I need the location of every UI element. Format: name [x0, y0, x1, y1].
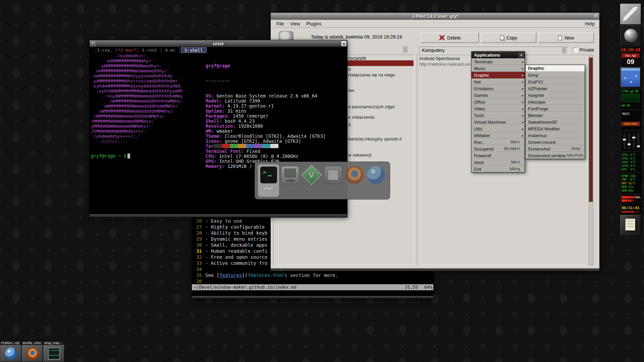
dock-tile-notes[interactable]	[620, 215, 641, 236]
scrollbar-thumb[interactable]	[589, 58, 593, 202]
applications-menu-title[interactable]: Applications ×	[472, 52, 525, 58]
menu-item-office[interactable]: Office▸	[472, 99, 525, 105]
graphic-submenu: Graphic GimpGraFX2AZPainterAsepriteInksc…	[525, 65, 585, 159]
screen-tab[interactable]: 4-mc	[162, 48, 178, 53]
mixer-slider[interactable]	[637, 133, 640, 149]
menu-item-exit[interactable]: ExitM4+q	[472, 166, 525, 172]
screen-tab[interactable]: 5-shell	[181, 47, 206, 53]
menu-item-grafx2[interactable]: GraFX2	[526, 78, 585, 85]
level-bar	[622, 196, 636, 198]
menu-item-run[interactable]: Run...M4+r	[472, 139, 525, 145]
mixer-slider[interactable]	[623, 133, 626, 149]
menu-item-avidemux[interactable]: Avidemux	[526, 132, 585, 139]
menu-item-blender[interactable]: Blender	[526, 112, 585, 119]
menubar-item-file[interactable]: File	[273, 20, 287, 27]
spinner-down-icon[interactable]: ▼	[403, 50, 408, 53]
spinner-up-icon[interactable]: ▲	[562, 47, 567, 50]
menu-item-virtual-machines[interactable]: Virtual Machines▸	[472, 119, 525, 125]
miniwindow-vimja-imap[interactable]: vimja_imap...	[43, 341, 64, 362]
terminal-color-palette	[214, 144, 278, 148]
menu-item-net[interactable]: Net▸	[472, 78, 525, 85]
window-switcher-panel: urxvt	[255, 162, 390, 199]
menu-item-games[interactable]: Games▸	[472, 92, 525, 99]
spinner-down-icon[interactable]: ▼	[562, 51, 567, 54]
menubar-item-plugins[interactable]: Plugins	[303, 20, 325, 27]
delete-icon	[439, 35, 444, 40]
screen-tab[interactable]: *2-moc*	[118, 48, 136, 53]
close-icon[interactable]: ×	[519, 53, 524, 57]
switcher-slot-image-viewer[interactable]	[322, 164, 343, 197]
spinner-up-icon[interactable]: ▲	[403, 47, 408, 50]
switcher-slot-urxvt[interactable]: urxvt	[258, 164, 279, 197]
menu-item-utils[interactable]: Utils▸	[472, 125, 525, 132]
dock-tile-meter[interactable]: 90%06:51:01	[620, 193, 641, 215]
close-icon[interactable]: ×	[341, 41, 346, 46]
submenu-arrow-icon: ▸	[522, 80, 524, 84]
screen-tab[interactable]: |	[178, 48, 181, 53]
menubar-item-help[interactable]: Help	[583, 20, 597, 27]
dock-tile-sensors[interactable]: EPWR 23WTMP 0°CDRV 62°CMEM 57%HUM 66%	[620, 172, 641, 194]
sensor-line: DRV 62°C	[622, 182, 635, 185]
dock-tile-mocp[interactable]: MOCPBUBBLEMON	[620, 109, 641, 130]
dock-tile-bubble[interactable]	[620, 67, 641, 88]
close-icon[interactable]: ×	[593, 13, 599, 19]
menu-item-sweethome3d[interactable]: SweetHome3D	[526, 119, 585, 125]
menu-item-terminals[interactable]: Terminals▸	[472, 58, 525, 65]
graphic-submenu-title[interactable]: Graphic	[526, 65, 585, 72]
menu-item-susupend[interactable]: SusupendSh+M4+l	[472, 145, 525, 152]
menu-item-video[interactable]: Video▸	[472, 105, 525, 112]
dock-tile-mixer[interactable]	[620, 130, 641, 152]
switcher-slot-vim[interactable]	[301, 164, 322, 197]
list-spinner[interactable]: ▲ ▼	[403, 47, 408, 53]
menu-item-inkscape[interactable]: Inkscape	[526, 99, 585, 105]
menu-item-screenshot-window[interactable]: Screenshot windowM4+Print	[526, 152, 585, 159]
dock-tile-temps[interactable]: CPU1 4°CCPU2 4°CCPU3 4°CCPU4 4°CGPU 3°C	[620, 151, 641, 173]
screen-tab[interactable]: .1-rss.	[92, 48, 115, 53]
urxvt-resizebar[interactable]	[90, 214, 347, 217]
menu-item-aseprite[interactable]: Aseprite	[526, 92, 585, 99]
dock-tile-clock[interactable]: 18:29:20Tue, Apr09	[620, 46, 641, 67]
menu-item-wmaker[interactable]: WMaker▸	[472, 132, 525, 139]
toolbar-button-delete[interactable]: Delete	[421, 33, 479, 43]
menu-item-screenshot[interactable]: ScreenshotPrint	[526, 145, 585, 152]
miniwindow-problem-ctyl[interactable]: Problem...ctyl	[0, 341, 21, 362]
switcher-slot-browser-globe[interactable]	[365, 164, 386, 197]
switcher-slot-pda[interactable]	[279, 164, 301, 197]
menu-item-poweroff[interactable]: Poweroff	[472, 152, 525, 159]
jpilot-titlebar[interactable]: J-Pilot 1.8.2 User: gryf ×	[271, 13, 599, 20]
menu-item-fontforge[interactable]: FontForge	[526, 105, 585, 112]
combo-spinner[interactable]: ▲ ▼	[562, 47, 567, 54]
mixer-slider[interactable]	[633, 133, 635, 149]
neofetch-label: Theme:	[206, 133, 222, 139]
toolbar-button-copy[interactable]: Copy	[481, 33, 536, 43]
miniaturize-icon[interactable]: ▪	[90, 41, 96, 46]
jpilot-resizebar[interactable]	[271, 268, 599, 271]
neofetch-label: Kernel:	[206, 103, 225, 109]
menu-item-label: Virtual Machines	[474, 120, 520, 125]
menu-item-gimp[interactable]: Gimp	[526, 72, 585, 78]
menu-item-mpeg4-modifier[interactable]: MPEG4 Modifier	[526, 125, 585, 132]
miniwindow-mozilla-refox[interactable]: Mozilla...refox	[21, 341, 43, 362]
mixer-slider[interactable]	[628, 133, 630, 149]
menu-item-tools[interactable]: Tools▸	[472, 112, 525, 119]
menu-item-screen-record[interactable]: Screen record	[526, 139, 585, 145]
menu-item-emulators[interactable]: Emulators▸	[472, 85, 525, 92]
toolbar-button-new[interactable]: New	[538, 33, 594, 43]
menu-item-music[interactable]: Music▸	[472, 65, 525, 72]
dock-tile-sphere[interactable]	[620, 24, 641, 46]
memo-scrollbar[interactable]	[588, 55, 593, 265]
dock-tile-net[interactable]: ETH0 ▲0.0K▼0.0K	[620, 88, 641, 109]
neofetch-info-line: WM: wmaker	[206, 129, 326, 134]
vim-resizebar[interactable]	[192, 296, 433, 298]
menu-item-xlock[interactable]: xlockM4+l	[472, 159, 525, 166]
urxvt-titlebar[interactable]: ▪ urxvt ×	[90, 40, 347, 47]
memo-list-fragment: a panoramicznych zdjęć	[348, 104, 395, 109]
menu-item-graphic[interactable]: Graphic▸	[472, 72, 525, 78]
dock-tile-clip[interactable]	[620, 3, 641, 25]
menu-item-azpainter[interactable]: AZPainter	[526, 85, 585, 92]
menubar-item-view[interactable]: View	[287, 20, 303, 27]
private-checkbox[interactable]	[573, 48, 578, 52]
screen-tab[interactable]: |	[136, 48, 139, 53]
screen-tab[interactable]: 3-root	[139, 48, 160, 53]
switcher-slot-firefox[interactable]	[344, 164, 365, 197]
